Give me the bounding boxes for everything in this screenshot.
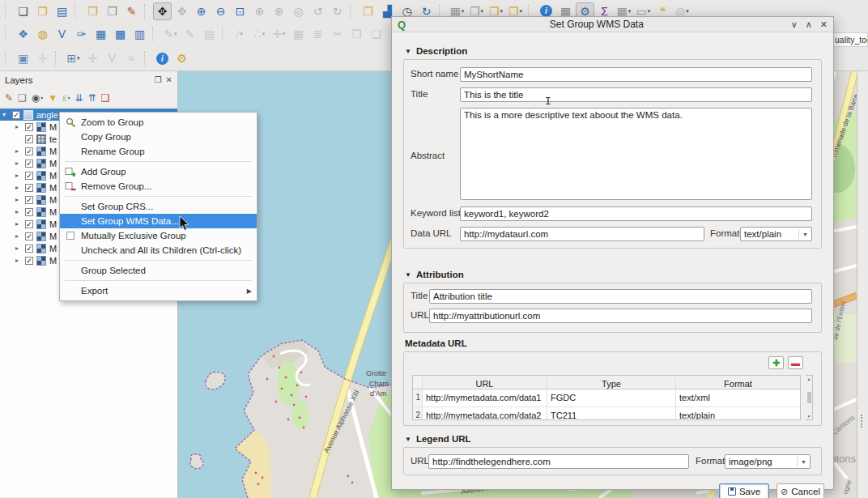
layout-manager-icon[interactable]: ❒	[103, 2, 121, 20]
panel-resize-grip[interactable]	[861, 415, 864, 428]
vertex-editor-icon[interactable]: V	[103, 49, 121, 67]
zoom-to-selection-icon[interactable]: ⊕	[250, 2, 269, 20]
expand-arrow-icon[interactable]: ▸	[15, 184, 22, 191]
digitize-points-icon[interactable]: ∴▾	[250, 25, 269, 43]
new-print-layout-icon[interactable]: ❒	[83, 2, 102, 20]
scroll-down-icon[interactable]: ▼	[807, 414, 811, 419]
layer-checkbox[interactable]: ✓	[25, 245, 33, 253]
save-button[interactable]: Save	[719, 483, 769, 498]
zoom-to-layer-icon[interactable]: ⊕	[270, 2, 288, 20]
table-row[interactable]: 2http://mymetadata.com/data2TC211text/pl…	[413, 407, 800, 420]
expand-arrow-icon[interactable]: ▸	[15, 208, 22, 215]
expand-arrow-icon[interactable]: ▸	[15, 172, 22, 179]
trace-tool-icon[interactable]: ≈	[122, 49, 141, 67]
modify-attributes-icon[interactable]: ▦	[289, 25, 308, 43]
add-ring-icon[interactable]: ✛	[83, 49, 102, 67]
menu-checkbox[interactable]	[66, 232, 74, 240]
add-ogc-layer-icon[interactable]: ◍	[33, 25, 52, 43]
expand-all-icon[interactable]: ⇊	[75, 92, 83, 104]
menu-item-add-group[interactable]: Add Group	[60, 164, 257, 179]
abstract-textarea[interactable]: This is a more descriptive text aboout t…	[460, 108, 812, 200]
paste-features-icon[interactable]: ❏	[367, 25, 385, 43]
current-edits-icon[interactable]: ✎▾	[161, 25, 180, 43]
project-properties-wrench-icon[interactable]: ⚙	[172, 49, 191, 67]
digitize-line-icon[interactable]: ∕▾	[231, 25, 249, 43]
data-source-manager-icon[interactable]: ❖	[14, 25, 32, 43]
right-panel-tab[interactable]: uality_tools	[832, 32, 868, 47]
attribution-section-header[interactable]: ▼ Attribution	[405, 270, 464, 279]
keyword-list-input[interactable]	[460, 206, 812, 221]
layer-checkbox[interactable]: ✓	[25, 135, 33, 143]
zoom-out-icon[interactable]: ⊖	[211, 2, 230, 20]
legend-url-section-header[interactable]: ▼ Legend URL	[405, 434, 471, 444]
legend-url-input[interactable]	[428, 454, 689, 469]
cancel-button[interactable]: ⊘ Cancel	[777, 483, 824, 498]
layer-checkbox[interactable]: ✓	[25, 208, 33, 216]
layer-checkbox[interactable]: ✓	[25, 184, 33, 192]
title-input[interactable]	[460, 87, 812, 102]
scroll-up-icon[interactable]: ▲	[807, 377, 811, 381]
add-mesh-layer-icon[interactable]: ▦	[91, 25, 110, 43]
panel-close-icon[interactable]: ✕	[166, 75, 172, 84]
move-feature-icon[interactable]: ▣	[14, 49, 32, 67]
layer-checkbox[interactable]: ✓	[25, 257, 33, 265]
layer-checkbox[interactable]: ✓	[25, 232, 33, 240]
add-grid-layer-icon[interactable]: ▩	[111, 25, 130, 43]
dialog-titlebar[interactable]: Q Set Group WMS Data ∨ ∧ ✕	[392, 17, 833, 32]
pan-to-selection-icon[interactable]: ✥	[172, 2, 191, 20]
remove-layer-group-icon[interactable]: ❑	[101, 92, 110, 104]
filter-expression-icon[interactable]: ε▾	[62, 92, 70, 104]
manage-map-themes-icon[interactable]: ◉▾	[32, 92, 44, 104]
short-name-input[interactable]	[460, 67, 812, 82]
layer-checkbox[interactable]: ✓	[25, 160, 33, 168]
new-project-icon[interactable]: ❏	[14, 2, 32, 20]
layer-checkbox[interactable]: ✓	[25, 123, 33, 131]
expand-arrow-icon[interactable]: ▾	[2, 111, 9, 118]
delete-selected-icon[interactable]: ≣	[308, 25, 327, 43]
expand-arrow-icon[interactable]: ▸	[15, 147, 22, 155]
menu-item-set-group-wms-data[interactable]: Set Group WMS Data...	[60, 214, 257, 228]
add-group-icon[interactable]: ❑	[18, 92, 27, 104]
add-raster-layer-icon[interactable]: ✑	[72, 25, 91, 43]
metadata-remove-row-button[interactable]: ▬	[788, 356, 803, 369]
identify-features-icon[interactable]: i	[153, 49, 172, 67]
expand-arrow-icon[interactable]: ▸	[15, 220, 22, 228]
layer-checkbox[interactable]: ✓	[25, 220, 33, 228]
metadata-add-row-button[interactable]: ✚	[768, 356, 784, 369]
scrollbar-thumb[interactable]	[807, 392, 811, 403]
menu-item-set-group-crs[interactable]: Set Group CRS...	[60, 199, 257, 214]
save-project-icon[interactable]: ▤	[53, 2, 71, 20]
layer-checkbox[interactable]: ✓	[25, 172, 33, 180]
expand-arrow-icon[interactable]: ▸	[15, 196, 22, 203]
expand-arrow-icon[interactable]: ▸	[15, 245, 22, 252]
pan-map-icon[interactable]: ✥	[153, 2, 172, 20]
save-edits-icon[interactable]: ▤	[200, 25, 219, 43]
pan-to-feature-icon[interactable]: ✛	[33, 49, 52, 67]
new-map-view-icon[interactable]: ❒	[359, 2, 377, 20]
table-row[interactable]: 1http://mymetadata.com/data1FGDCtext/xml	[413, 389, 800, 407]
menu-item-rename-group[interactable]: Rename Group	[60, 144, 257, 159]
menu-item-export[interactable]: Export▶	[60, 283, 257, 298]
description-section-header[interactable]: ▼ Description	[405, 46, 467, 56]
cut-features-icon[interactable]: ✂	[328, 25, 347, 43]
zoom-next-icon[interactable]: ↻	[328, 2, 347, 20]
data-url-input[interactable]	[460, 227, 704, 241]
toggle-editing-icon[interactable]: ✎	[181, 25, 199, 43]
expand-arrow-icon[interactable]: ▸	[15, 160, 22, 167]
split-features-icon[interactable]: ⊞▾	[64, 49, 83, 67]
layer-checkbox[interactable]: ✓	[25, 196, 33, 204]
menu-item-uncheck-and-all-its-children-ctrl-click[interactable]: Uncheck and All its Children (Ctrl-click…	[60, 243, 257, 258]
open-project-icon[interactable]: ❐	[33, 2, 52, 20]
style-manager-icon[interactable]: ✎	[122, 2, 141, 20]
dialog-close-icon[interactable]: ✕	[820, 19, 828, 30]
data-url-format-select[interactable]: text/plain ▼	[740, 227, 812, 241]
menu-item-mutually-exclusive-group[interactable]: Mutually Exclusive Group	[60, 228, 257, 243]
expand-arrow-icon[interactable]: ▸	[15, 232, 22, 240]
add-virtual-layer-icon[interactable]: ▥	[130, 25, 149, 43]
layer-checkbox[interactable]: ✓	[25, 147, 33, 155]
attribution-url-input[interactable]	[429, 309, 812, 323]
legend-format-select[interactable]: image/png ▼	[725, 454, 811, 469]
layer-styling-icon[interactable]: ✎	[5, 92, 13, 104]
menu-item-group-selected[interactable]: Group Selected	[60, 263, 257, 278]
zoom-last-icon[interactable]: ↺	[308, 2, 327, 20]
